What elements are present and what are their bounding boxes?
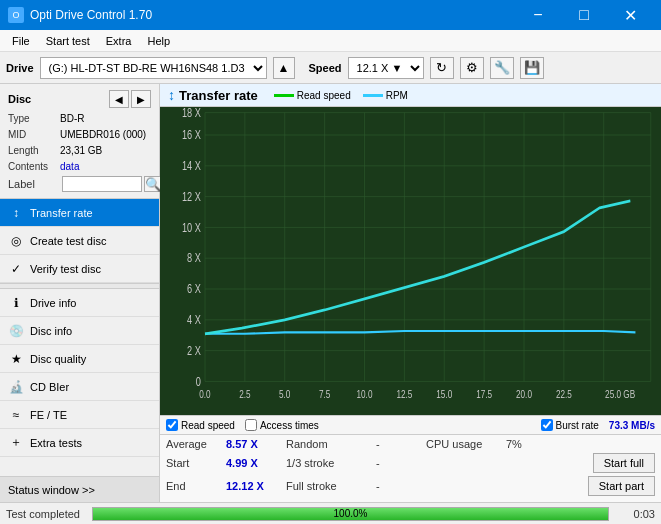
fe-te-icon: ≈: [8, 407, 24, 423]
disc-mid-row: MID UMEBDR016 (000): [8, 128, 151, 142]
chart-title-text: Transfer rate: [179, 88, 258, 103]
drive-label: Drive: [6, 62, 34, 74]
third-stroke-key: 1/3 stroke: [286, 457, 376, 469]
access-times-checkbox-label[interactable]: Access times: [245, 419, 319, 431]
disc-next-button[interactable]: ▶: [131, 90, 151, 108]
status-window-button[interactable]: Status window >>: [0, 476, 159, 502]
svg-text:0: 0: [196, 374, 201, 388]
full-stroke-val: -: [376, 480, 416, 492]
main-layout: Disc ◀ ▶ Type BD-R MID UMEBDR016 (000) L…: [0, 84, 661, 502]
nav-item-create-test-disc-label: Create test disc: [30, 235, 106, 247]
nav-item-cd-bler[interactable]: 🔬 CD BIer: [0, 373, 159, 401]
nav-item-transfer-rate-label: Transfer rate: [30, 207, 93, 219]
read-speed-checkbox[interactable]: [166, 419, 178, 431]
stats-area: Average 8.57 X Random - CPU usage 7% Sta…: [160, 434, 661, 502]
access-times-checkbox[interactable]: [245, 419, 257, 431]
random-val: -: [376, 438, 416, 450]
status-bar: Test completed 100.0% 0:03: [0, 502, 661, 524]
svg-text:17.5: 17.5: [476, 388, 492, 401]
minimize-button[interactable]: −: [515, 0, 561, 30]
nav-item-create-test-disc[interactable]: ◎ Create test disc: [0, 227, 159, 255]
end-key: End: [166, 480, 226, 492]
disc-length-val: 23,31 GB: [60, 144, 102, 158]
svg-text:8 X: 8 X: [187, 251, 201, 265]
close-button[interactable]: ✕: [607, 0, 653, 30]
nav-item-cd-bler-label: CD BIer: [30, 381, 69, 393]
maximize-button[interactable]: □: [561, 0, 607, 30]
disc-quality-icon: ★: [8, 351, 24, 367]
legend-rpm: RPM: [363, 90, 408, 101]
nav-item-extra-tests[interactable]: ＋ Extra tests: [0, 429, 159, 457]
sidebar: Disc ◀ ▶ Type BD-R MID UMEBDR016 (000) L…: [0, 84, 160, 502]
progress-bar-container: 100.0%: [92, 507, 609, 521]
nav-item-drive-info-label: Drive info: [30, 297, 76, 309]
svg-text:15.0: 15.0: [436, 388, 452, 401]
menu-start-test[interactable]: Start test: [38, 30, 98, 51]
disc-info-icon: 💿: [8, 323, 24, 339]
end-val: 12.12 X: [226, 480, 276, 492]
legend-read-speed: Read speed: [274, 90, 351, 101]
svg-rect-0: [160, 107, 661, 415]
read-speed-checkbox-text: Read speed: [181, 420, 235, 431]
cpu-usage-key: CPU usage: [426, 438, 506, 450]
legend-read-speed-color: [274, 94, 294, 97]
nav-item-transfer-rate[interactable]: ↕ Transfer rate: [0, 199, 159, 227]
disc-prev-button[interactable]: ◀: [109, 90, 129, 108]
nav-item-disc-quality[interactable]: ★ Disc quality: [0, 345, 159, 373]
random-key: Random: [286, 438, 376, 450]
disc-info-panel: Disc ◀ ▶ Type BD-R MID UMEBDR016 (000) L…: [0, 84, 159, 199]
disc-info-header: Disc ◀ ▶: [8, 90, 151, 108]
menu-help[interactable]: Help: [139, 30, 178, 51]
time-text: 0:03: [615, 508, 655, 520]
svg-text:0.0: 0.0: [199, 388, 211, 401]
svg-text:4 X: 4 X: [187, 313, 201, 327]
transfer-rate-icon: ↕: [8, 205, 24, 221]
chart-title: ↕ Transfer rate: [168, 87, 258, 103]
menu-extra[interactable]: Extra: [98, 30, 140, 51]
disc-label-input[interactable]: [62, 176, 142, 192]
app-icon: O: [8, 7, 24, 23]
speed-label: Speed: [309, 62, 342, 74]
disc-length-key: Length: [8, 144, 60, 158]
title-bar-left: O Opti Drive Control 1.70: [8, 7, 152, 23]
eject-button[interactable]: ▲: [273, 57, 295, 79]
disc-length-row: Length 23,31 GB: [8, 144, 151, 158]
legend-read-speed-label: Read speed: [297, 90, 351, 101]
svg-text:10 X: 10 X: [182, 220, 201, 234]
nav-item-disc-quality-label: Disc quality: [30, 353, 86, 365]
third-stroke-val: -: [376, 457, 416, 469]
svg-text:14 X: 14 X: [182, 159, 201, 173]
extra-tests-icon: ＋: [8, 435, 24, 451]
speed-select[interactable]: 12.1 X ▼: [348, 57, 424, 79]
nav-section: ↕ Transfer rate ◎ Create test disc ✓ Ver…: [0, 199, 159, 476]
refresh-drive-button[interactable]: ↻: [430, 57, 454, 79]
disc-type-row: Type BD-R: [8, 112, 151, 126]
start-full-button[interactable]: Start full: [593, 453, 655, 473]
start-part-button[interactable]: Start part: [588, 476, 655, 496]
nav-item-fe-te[interactable]: ≈ FE / TE: [0, 401, 159, 429]
svg-text:2.5: 2.5: [239, 388, 251, 401]
burst-rate-checkbox[interactable]: [541, 419, 553, 431]
svg-text:10.0: 10.0: [357, 388, 373, 401]
chart-container: 0 2 X 4 X 6 X 8 X 10 X 12 X 14 X 16 X 18…: [160, 107, 661, 415]
drive-bar: Drive (G:) HL-DT-ST BD-RE WH16NS48 1.D3 …: [0, 52, 661, 84]
nav-item-verify-test-disc[interactable]: ✓ Verify test disc: [0, 255, 159, 283]
stats-row-2: Start 4.99 X 1/3 stroke - Start full: [166, 453, 655, 473]
menu-file[interactable]: File: [4, 30, 38, 51]
nav-item-disc-info[interactable]: 💿 Disc info: [0, 317, 159, 345]
access-times-checkbox-text: Access times: [260, 420, 319, 431]
read-speed-checkbox-label[interactable]: Read speed: [166, 419, 235, 431]
create-test-disc-icon: ◎: [8, 233, 24, 249]
chart-title-icon: ↕: [168, 87, 175, 103]
disc-type-val: BD-R: [60, 112, 84, 126]
legend-rpm-color: [363, 94, 383, 97]
burst-rate-checkbox-text: Burst rate: [556, 420, 599, 431]
nav-item-drive-info[interactable]: ℹ Drive info: [0, 289, 159, 317]
burst-rate-checkbox-label[interactable]: Burst rate: [541, 419, 599, 431]
chart-controls: Read speed Access times Burst rate 73.3 …: [160, 415, 661, 434]
settings-button2[interactable]: 🔧: [490, 57, 514, 79]
drive-select[interactable]: (G:) HL-DT-ST BD-RE WH16NS48 1.D3: [40, 57, 267, 79]
nav-item-fe-te-label: FE / TE: [30, 409, 67, 421]
settings-button1[interactable]: ⚙: [460, 57, 484, 79]
save-button[interactable]: 💾: [520, 57, 544, 79]
